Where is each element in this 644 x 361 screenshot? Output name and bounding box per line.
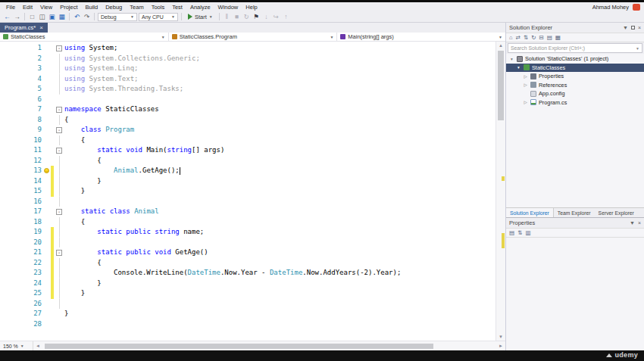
code-line-17[interactable]: 17- static class Animal [0, 207, 496, 217]
vertical-scrollbar-thumb[interactable] [498, 51, 504, 120]
collapse-all-icon[interactable]: ⊟ [539, 35, 543, 41]
code-line-25[interactable]: 25 } [0, 288, 496, 299]
menu-team[interactable]: Team [126, 4, 147, 11]
expander-icon[interactable]: ▷ [523, 100, 528, 104]
menu-analyze[interactable]: Analyze [186, 4, 214, 11]
close-icon[interactable]: × [638, 220, 641, 226]
alphabetical-icon[interactable]: ⇅ [517, 230, 522, 236]
open-file-icon[interactable]: ◫ [38, 12, 46, 21]
code-line-3[interactable]: 3using System.Linq; [0, 64, 496, 74]
code-line-16[interactable]: 16 [0, 197, 496, 207]
code-line-7[interactable]: 7-namespace StaticClasses [0, 104, 496, 115]
pause-icon[interactable]: ‖ [223, 12, 231, 21]
panel-tab-solution-explorer[interactable]: Solution Explorer [506, 208, 554, 217]
close-icon[interactable]: × [638, 25, 641, 30]
tree-item-app-config[interactable]: App.config [506, 89, 644, 98]
expander-icon[interactable]: ▷ [523, 82, 528, 87]
code-line-13[interactable]: 13 Animal.GetAge(); [0, 166, 496, 176]
step-out-icon[interactable]: ↑ [282, 12, 290, 21]
code-line-12[interactable]: 12 { [0, 156, 496, 166]
horizontal-scrollbar-thumb[interactable] [45, 344, 433, 349]
quick-action-lightbulb-icon[interactable] [44, 168, 49, 173]
menu-tools[interactable]: Tools [148, 4, 169, 11]
back-icon[interactable]: ← [3, 12, 11, 21]
vertical-scrollbar[interactable]: ▲ ▼ [496, 42, 505, 341]
menu-edit[interactable]: Edit [19, 4, 36, 11]
signed-in-user[interactable]: Ahmad Mohey [592, 4, 629, 11]
code-line-28[interactable]: 28 [0, 319, 496, 330]
stop-icon[interactable]: ■ [233, 12, 241, 21]
code-line-8[interactable]: 8{ [0, 115, 496, 126]
tree-item-solution-staticclasses-1-project[interactable]: ▾Solution 'StaticClasses' (1 project) [506, 54, 644, 64]
flag-icon[interactable]: ⚑ [252, 12, 261, 21]
code-line-11[interactable]: 11- static void Main(string[] args) [0, 145, 496, 156]
tree-item-staticclasses[interactable]: ▾StaticClasses [506, 64, 644, 73]
new-project-icon[interactable]: □ [28, 12, 36, 21]
search-input[interactable]: Search Solution Explorer (Ctrl+;) ▼ [508, 43, 642, 53]
restart-icon[interactable]: ↻ [242, 12, 251, 21]
panel-tab-server-explorer[interactable]: Server Explorer [595, 208, 638, 217]
horizontal-scrollbar[interactable] [43, 343, 496, 350]
code-line-15[interactable]: 15 } [0, 186, 496, 197]
switch-views-icon[interactable]: ⇄ [516, 35, 521, 41]
panel-tab-team-explorer[interactable]: Team Explorer [554, 208, 595, 217]
code-line-26[interactable]: 26 [0, 299, 496, 310]
user-avatar-icon[interactable] [633, 4, 640, 11]
code-line-6[interactable]: 6 [0, 95, 496, 105]
view-properties-icon[interactable]: ▦ [555, 35, 561, 41]
menu-help[interactable]: Help [242, 4, 261, 11]
platform-dropdown[interactable]: Any CPU ▼ [139, 13, 178, 21]
scroll-up-icon[interactable]: ▲ [499, 42, 503, 49]
scroll-down-icon[interactable]: ▼ [499, 333, 503, 341]
type-dropdown[interactable]: StaticClasses.Program ▼ [169, 33, 338, 41]
pin-icon[interactable] [631, 26, 635, 30]
collapse-region-icon[interactable]: - [56, 148, 62, 154]
step-over-icon[interactable]: ↪ [272, 12, 280, 21]
redo-icon[interactable]: ↷ [83, 12, 91, 21]
collapse-region-icon[interactable]: - [56, 127, 62, 133]
scroll-right-icon[interactable]: ► [496, 344, 505, 348]
show-all-files-icon[interactable]: ▤ [547, 35, 552, 41]
zoom-control[interactable]: 150 % ▼ [0, 341, 33, 350]
start-debugging-button[interactable]: Start ▼ [185, 12, 216, 21]
categorized-icon[interactable]: ▤ [509, 230, 514, 236]
chevron-down-icon[interactable]: ▼ [630, 220, 635, 226]
collapse-region-icon[interactable]: - [56, 209, 62, 215]
expander-icon[interactable]: ▾ [516, 65, 521, 70]
chevron-down-icon[interactable]: ▼ [623, 25, 628, 30]
code-line-14[interactable]: 14 } [0, 176, 496, 187]
member-dropdown[interactable]: Main(string[] args) ▼ [337, 33, 505, 41]
collapse-region-icon[interactable]: - [56, 45, 62, 51]
tree-item-references[interactable]: ▷References [506, 81, 644, 90]
code-line-19[interactable]: 19 static public string name; [0, 227, 496, 238]
code-line-4[interactable]: 4using System.Text; [0, 74, 496, 85]
code-line-1[interactable]: 1-using System; [0, 43, 496, 54]
menu-file[interactable]: File [2, 4, 19, 11]
forward-icon[interactable]: → [13, 12, 21, 21]
code-line-24[interactable]: 24 } [0, 279, 496, 289]
code-line-10[interactable]: 10 { [0, 135, 496, 146]
code-line-9[interactable]: 9- class Program [0, 125, 496, 135]
refresh-icon[interactable]: ↻ [531, 35, 536, 41]
collapse-region-icon[interactable]: - [56, 107, 62, 113]
debug-configuration-dropdown[interactable]: Debug ▼ [98, 13, 137, 21]
home-icon[interactable]: ⌂ [509, 35, 513, 41]
tree-item-properties[interactable]: ▷Properties [506, 72, 644, 81]
code-line-27[interactable]: 27} [0, 309, 496, 319]
expander-icon[interactable]: ▾ [509, 57, 514, 61]
save-all-icon[interactable]: ▦ [58, 12, 66, 21]
menu-debug[interactable]: Debug [102, 4, 126, 11]
sync-with-active-document-icon[interactable]: ⇅ [524, 35, 528, 41]
collapse-region-icon[interactable]: - [56, 250, 62, 256]
menu-test[interactable]: Test [168, 4, 186, 11]
menu-window[interactable]: Window [214, 4, 242, 11]
menu-build[interactable]: Build [82, 4, 102, 11]
code-line-22[interactable]: 22 { [0, 258, 496, 269]
undo-icon[interactable]: ↶ [73, 12, 81, 21]
step-into-icon[interactable]: ↓ [262, 12, 270, 21]
code-line-18[interactable]: 18 { [0, 217, 496, 228]
code-line-5[interactable]: 5using System.Threading.Tasks; [0, 84, 496, 95]
menu-project[interactable]: Project [56, 4, 81, 11]
tree-item-program-cs[interactable]: ▷Program.cs [506, 98, 644, 107]
scroll-left-icon[interactable]: ◄ [33, 344, 42, 348]
